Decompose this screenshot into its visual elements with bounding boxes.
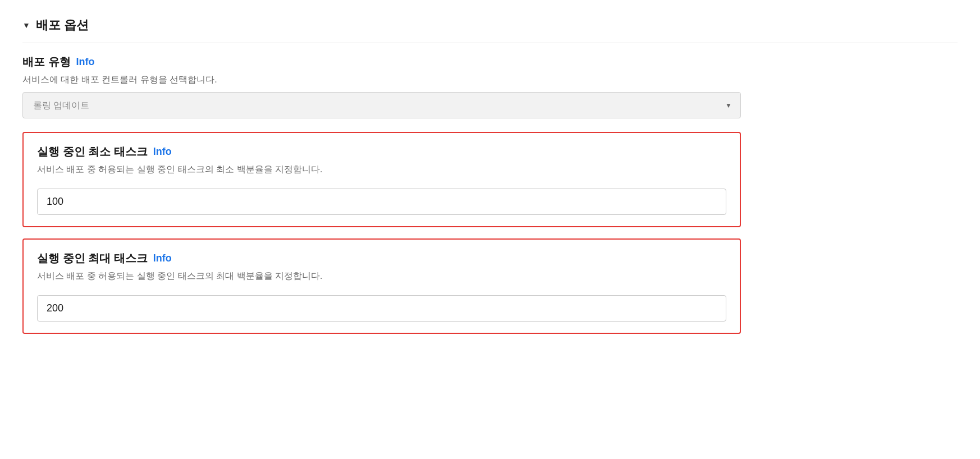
min-tasks-label-row: 실행 중인 최소 태스크 Info [37,144,726,159]
min-tasks-label: 실행 중인 최소 태스크 [37,144,148,159]
max-tasks-label: 실행 중인 최대 태스크 [37,251,148,266]
max-tasks-input[interactable] [37,295,726,322]
deployment-type-select[interactable]: 롤링 업데이트블루/그린카나리 [22,92,741,118]
min-tasks-description: 서비스 배포 중 허용되는 실행 중인 태스크의 최소 백분율을 지정합니다. [37,163,726,176]
chevron-icon: ▼ [22,21,30,30]
section-header: ▼ 배포 옵션 [22,17,958,43]
max-tasks-description: 서비스 배포 중 허용되는 실행 중인 태스크의 최대 백분율을 지정합니다. [37,269,726,283]
deployment-type-info-link[interactable]: Info [76,56,95,68]
section-title: 배포 옵션 [36,17,89,34]
min-tasks-card: 실행 중인 최소 태스크 Info 서비스 배포 중 허용되는 실행 중인 태스… [22,132,741,227]
min-tasks-info-link[interactable]: Info [153,146,172,158]
deployment-type-label-row: 배포 유형 Info [22,54,958,70]
max-tasks-card: 실행 중인 최대 태스크 Info 서비스 배포 중 허용되는 실행 중인 태스… [22,238,741,334]
deployment-type-label: 배포 유형 [22,54,71,70]
max-tasks-label-row: 실행 중인 최대 태스크 Info [37,251,726,266]
deployment-type-field: 배포 유형 Info 서비스에 대한 배포 컨트롤러 유형을 선택합니다. 롤링… [22,54,958,118]
deployment-type-select-wrapper: 롤링 업데이트블루/그린카나리 ▼ [22,92,741,118]
deployment-type-description: 서비스에 대한 배포 컨트롤러 유형을 선택합니다. [22,73,958,86]
min-tasks-input[interactable] [37,189,726,215]
max-tasks-info-link[interactable]: Info [153,253,172,264]
